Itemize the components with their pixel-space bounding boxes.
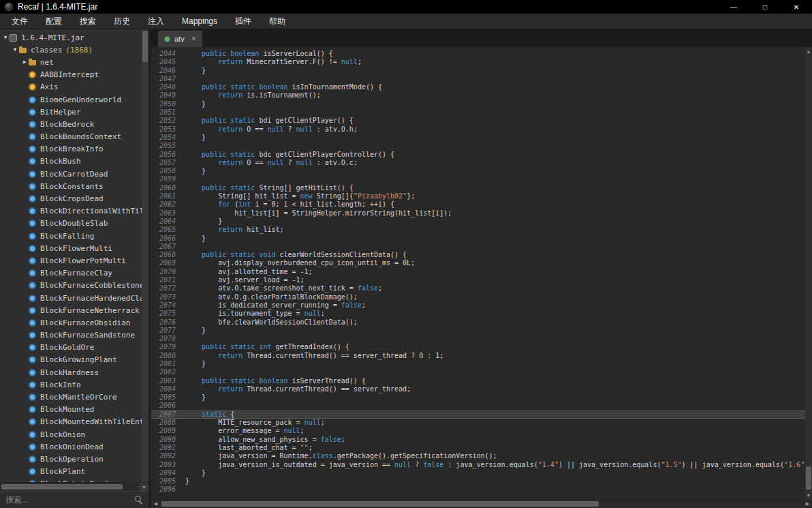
code-line[interactable]: 2045 return MinecraftServer.F() != null; [151,58,812,66]
code-line[interactable]: 2089 error_message = null; [151,427,812,435]
code-line[interactable]: 2090 allow_new_sand_physics = false; [151,436,812,444]
tree-item-BlockOnion[interactable]: BlockOnion [0,428,149,440]
tree-item-BlockMounted[interactable]: BlockMounted [0,404,149,416]
menu-item[interactable]: 文件 [3,14,37,29]
code-line[interactable]: 2088 MITE_resource_pack = null; [151,419,812,427]
code-line[interactable]: 2072 atv.O.take_screenshot_next_tick = f… [151,284,812,293]
code-line[interactable]: 2076 bfe.clearWorldSessionClientData(); [151,318,812,327]
tree-item-net[interactable]: ▶net [0,56,149,68]
tree-item-BlockDoubleSlab[interactable]: BlockDoubleSlab [0,218,149,230]
scrollbar-track[interactable] [160,500,803,508]
code-line[interactable]: 2063 hit_list[i] = StringHelper.mirrorSt… [151,209,812,218]
code-line[interactable]: 2082 [151,368,812,376]
tab-close-icon[interactable]: ✕ [191,35,197,42]
tree-item-BlockPotatoDead[interactable]: BlockPotatoDead [0,478,149,482]
code-line[interactable]: 2044 public boolean isServerLocal() { [151,50,812,58]
tree-item-BlockOperation[interactable]: BlockOperation [0,453,149,465]
code-line[interactable]: 2054 } [151,134,812,142]
code-line[interactable]: 2086 [151,402,812,410]
code-line[interactable]: 2066 } [151,235,812,243]
tree-item-BlockBush[interactable]: BlockBush [0,155,149,168]
tree-item-BlockGrowingPlant[interactable]: BlockGrowingPlant [0,354,149,366]
code-line[interactable]: 2051 [151,108,812,117]
code-line[interactable]: 2093 java_version_is_outdated = java_ver… [151,461,812,469]
tree-root[interactable]: ▼1.6.4-MITE.jar [0,31,149,44]
tree-item-BlockInfo[interactable]: BlockInfo [0,378,149,391]
code-line[interactable]: 2084 return Thread.currentThread() == se… [151,385,812,393]
tree-item-BlockDirectionalWithTileEnt[interactable]: BlockDirectionalWithTileEnt [0,205,149,218]
tree-item-BlockOnionDead[interactable]: BlockOnionDead [0,440,149,453]
tree-item-BlockMantleOrCore[interactable]: BlockMantleOrCore [0,391,149,403]
search-input[interactable] [0,495,135,505]
scroll-right-button[interactable]: ▶ [803,501,812,507]
scroll-up-button[interactable]: ▲ [805,47,812,55]
menu-item[interactable]: 搜索 [71,14,105,29]
code-line[interactable]: 2052 public static bdi getClientPlayer()… [151,117,812,125]
code-line[interactable]: 2085 } [151,393,812,402]
code-line[interactable]: 2077 } [151,327,812,335]
tree-item-BitHelper[interactable]: BitHelper [0,106,149,118]
code-line[interactable]: 2049 return is.isTournament(); [151,91,812,100]
tree-vertical-scrollbar[interactable] [142,29,149,482]
code-line[interactable]: 2056 public static bdc getClientPlayerCo… [151,151,812,159]
tree-item-BlockBoundsContext[interactable]: BlockBoundsContext [0,131,149,143]
tree-item-BlockFalling[interactable]: BlockFalling [0,230,149,242]
tree-item-BlockFurnaceObsidian[interactable]: BlockFurnaceObsidian [0,316,149,329]
tree-item-AABBIntercept[interactable]: AABBIntercept [0,69,149,81]
scroll-down-button[interactable]: ▼ [805,491,812,499]
code-line[interactable]: 2057 return O == null ? null : atv.O.c; [151,159,812,167]
code-line-current[interactable]: 2087 static { [151,410,812,419]
code-line[interactable]: 2050 } [151,100,812,108]
code-line[interactable]: 2096 [151,485,812,494]
code-line[interactable]: 2078 [151,335,812,343]
tree-item-BlockBedrock[interactable]: BlockBedrock [0,118,149,130]
tree-item-BlockPlant[interactable]: BlockPlant [0,466,149,478]
tree-item-BlockCropsDead[interactable]: BlockCropsDead [0,192,149,205]
code-line[interactable]: 2067 [151,243,812,251]
code-line[interactable]: 2062 for (int i = 0; i < hit_list.length… [151,200,812,209]
code-line[interactable]: 2047 [151,75,812,83]
tree-item-BlockCarrotDead[interactable]: BlockCarrotDead [0,168,149,180]
code-line[interactable]: 2069 avj.display_overburdened_cpu_icon_u… [151,259,812,267]
code-line[interactable]: 2068 public static void clearWorldSessio… [151,251,812,259]
tree-item-BlockFurnaceClay[interactable]: BlockFurnaceClay [0,267,149,280]
code-line[interactable]: 2094 } [151,469,812,477]
code-line[interactable]: 2048 public static boolean isInTournamen… [151,83,812,91]
code-line[interactable]: 2061 String[] hit_list = new String[]{"P… [151,192,812,200]
code-line[interactable]: 2092 java_version = Runtime.class.getPac… [151,452,812,460]
code-line[interactable]: 2055 [151,142,812,150]
chevron-down-icon[interactable]: ▼ [11,47,19,53]
menu-item[interactable]: 注入 [139,14,173,29]
editor-vertical-scrollbar[interactable]: ▲ ▼ [805,47,812,499]
code-line[interactable]: 2080 return Thread.currentThread() == se… [151,352,812,360]
code-line[interactable]: 2081 } [151,360,812,368]
tree-item-BlockFlowerMulti[interactable]: BlockFlowerMulti [0,242,149,254]
code-line[interactable]: 2091 last_aborted_chat = ""; [151,444,812,452]
chevron-right-icon[interactable]: ▶ [20,59,29,65]
close-button[interactable]: ✕ [781,0,812,14]
code-line[interactable]: 2046 } [151,67,812,75]
menu-item[interactable]: 帮助 [260,14,294,29]
code-line[interactable]: 2083 public static boolean isServerThrea… [151,377,812,385]
menu-item[interactable]: 插件 [226,14,260,29]
menu-item[interactable]: 配置 [37,14,71,29]
code-line[interactable]: 2058 } [151,167,812,175]
code-line[interactable]: 2075 is.tournament_type = null; [151,310,812,318]
code-line[interactable]: 2074 is_dedicated_server_running = false… [151,301,812,310]
tree-item-BlockGoldOre[interactable]: BlockGoldOre [0,342,149,354]
tree-item-BlockMountedWithTileEntity[interactable]: BlockMountedWithTileEntity [0,416,149,428]
scrollbar-thumb[interactable] [161,501,599,507]
tree-item-BlockFurnaceNetherrack[interactable]: BlockFurnaceNetherrack [0,304,149,316]
chevron-down-icon[interactable]: ▼ [1,35,10,40]
code-line[interactable]: 2079 public static int getThreadIndex() … [151,343,812,351]
code-line[interactable]: 2053 return O == null ? null : atv.O.h; [151,125,812,134]
tree-item-BlockFlowerPotMulti[interactable]: BlockFlowerPotMulti [0,254,149,267]
maximize-button[interactable]: □ [749,0,781,14]
code-line[interactable]: 2064 } [151,218,812,226]
minimize-button[interactable]: — [718,0,749,14]
menu-item[interactable]: Mappings [173,14,226,29]
code-line[interactable]: 2073 atv.O.g.clearPartialBlockDamage(); [151,293,812,301]
tree-node-classes[interactable]: ▼classes(1868) [0,44,149,56]
scrollbar-thumb[interactable] [142,31,148,62]
tree-item-BlockFurnaceHardenedClay[interactable]: BlockFurnaceHardenedClay [0,292,149,304]
